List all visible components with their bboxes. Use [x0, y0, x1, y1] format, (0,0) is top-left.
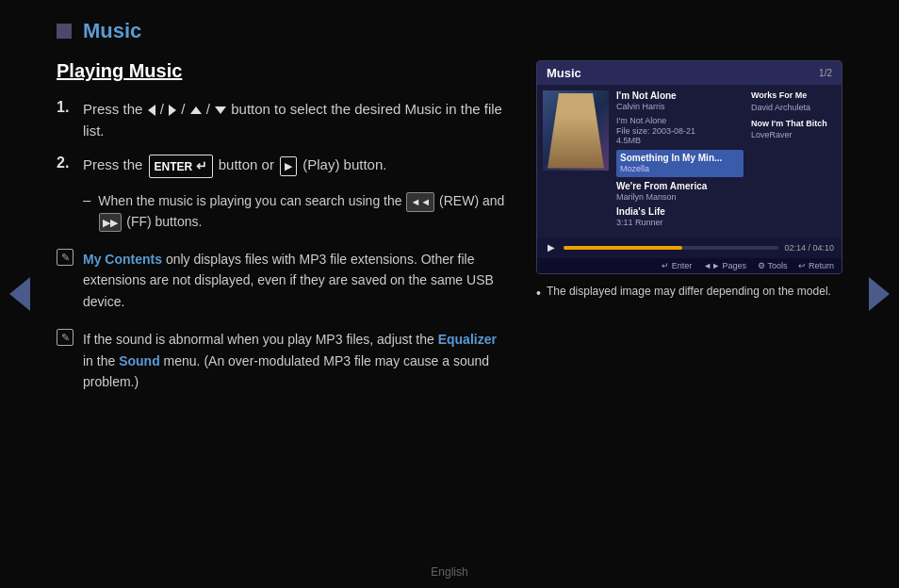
page-footer: English [431, 565, 467, 579]
track-item: India's Life 3:11 Runner [616, 206, 744, 228]
nav-arrow-left[interactable] [9, 277, 30, 311]
progress-bar [564, 246, 778, 250]
screenshot-footer: ↵ Enter ◄► Pages ⚙ Tools ↩ Return [537, 258, 842, 273]
right-panel: Music 1/2 I'm Not Alone Calvin Harris [536, 60, 842, 392]
my-contents-label: My Contents [83, 252, 162, 267]
screenshot-note-text: The displayed image may differ depending… [547, 284, 831, 301]
page-container: Music Playing Music 1. Press the / / / b… [0, 0, 899, 588]
track-item: We're From America Marilyn Manson [616, 181, 744, 203]
track-file-info: File size: 2003-08-21 [616, 126, 744, 137]
track-size: 4.5MB [616, 136, 744, 146]
screenshot-note: • The displayed image may differ dependi… [536, 284, 842, 301]
screenshot-body: I'm Not Alone Calvin Harris I'm Not Alon… [537, 85, 842, 237]
music-screenshot: Music 1/2 I'm Not Alone Calvin Harris [536, 60, 842, 274]
track-title: India's Life [616, 206, 744, 218]
album-art [543, 90, 609, 171]
note-2-text: If the sound is abnormal when you play M… [83, 329, 508, 392]
step-1-number: 1. [57, 99, 83, 116]
footer-pages: ◄► Pages [703, 261, 746, 270]
left-content: Playing Music 1. Press the / / / button … [57, 60, 508, 392]
note-1: ✎ My Contents only displays files with M… [57, 249, 508, 312]
track-artist: 3:11 Runner [616, 218, 744, 228]
page-title: Music [83, 19, 141, 43]
music-progress: ▶ 02:14 / 04:10 [537, 237, 842, 258]
album-art-image [548, 93, 604, 169]
footer-tools: ⚙ Tools [758, 261, 787, 270]
enter-icon: ENTER ↵ [149, 155, 213, 178]
rew-icon: ◄◄ [406, 192, 434, 212]
play-icon: ▶ [280, 156, 297, 176]
track-list: I'm Not Alone Calvin Harris I'm Not Alon… [616, 90, 744, 232]
main-content: Playing Music 1. Press the / / / button … [57, 60, 842, 392]
step-2-content: Press the ENTER ↵ button or ▶ (Play) but… [83, 155, 386, 178]
bullet-icon: • [536, 286, 541, 301]
track-artist: Calvin Harris [616, 102, 744, 112]
sub-dash: – [83, 191, 90, 207]
note-1-text: My Contents only displays files with MP3… [83, 249, 508, 312]
time-display: 02:14 / 04:10 [784, 243, 834, 253]
play-button-small: ▶ [545, 241, 558, 254]
sub-text: When the music is playing you can search… [98, 191, 508, 232]
section-title: Playing Music [57, 60, 508, 82]
arrow-down-icon [215, 106, 226, 114]
step-2: 2. Press the ENTER ↵ button or ▶ (Play) … [57, 155, 508, 178]
equalizer-label: Equalizer [438, 332, 497, 347]
note-2: ✎ If the sound is abnormal when you play… [57, 329, 508, 392]
footer-enter: ↵ Enter [662, 261, 692, 270]
ff-icon: ▶▶ [99, 213, 122, 233]
language-label: English [431, 565, 467, 579]
note-icon-1: ✎ [57, 249, 74, 266]
track-artist: Marilyn Manson [616, 192, 744, 203]
album-right-title: Works For Me [751, 90, 836, 101]
track-meta: I'm Not Alone [616, 116, 744, 126]
arrow-left-icon [148, 105, 155, 116]
arrow-up-icon [190, 106, 202, 114]
screenshot-page: 1/2 [819, 68, 832, 78]
footer-return: ↩ Return [798, 261, 834, 270]
track-item-selected: Something In My Min... Mozella [616, 150, 744, 177]
album-right-artist: David Archuleta [751, 103, 836, 113]
sub-bullet: – When the music is playing you can sear… [83, 191, 508, 232]
track-item: I'm Not Alone File size: 2003-08-21 4.5M… [616, 116, 744, 146]
track-title-selected: Something In My Min... [620, 153, 740, 164]
sound-label: Sound [119, 353, 160, 368]
arrow-right-icon [169, 105, 176, 116]
page-header: Music [57, 19, 842, 43]
album-right-title2: Now I'm That Bitch [751, 119, 836, 129]
header-square [57, 24, 72, 39]
progress-fill [564, 246, 682, 250]
note-icon-2: ✎ [57, 329, 74, 346]
album-info: Works For Me David Archuleta Now I'm Tha… [751, 90, 836, 232]
track-title: I'm Not Alone [616, 90, 744, 102]
track-artist-selected: Mozella [620, 164, 740, 174]
track-title: We're From America [616, 181, 744, 192]
screenshot-header: Music 1/2 [537, 61, 842, 85]
step-2-number: 2. [57, 155, 83, 172]
step-1: 1. Press the / / / button to select the … [57, 99, 508, 141]
track-item: I'm Not Alone Calvin Harris [616, 90, 744, 112]
album-right-artist2: LoveRaver [751, 130, 836, 140]
screenshot-title: Music [547, 66, 581, 80]
nav-arrow-right[interactable] [869, 277, 890, 311]
step-1-content: Press the / / / button to select the des… [83, 99, 508, 141]
